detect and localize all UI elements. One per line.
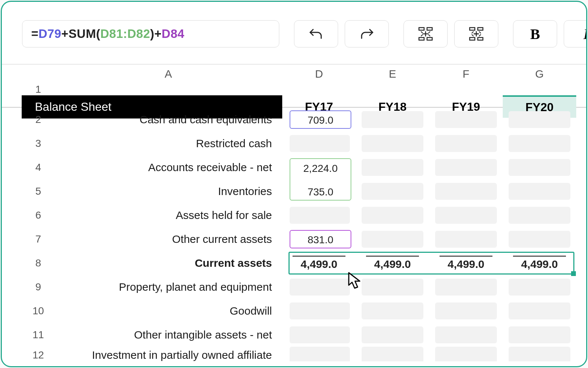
rownum-11[interactable]: 11 [22,329,54,341]
cell-d6[interactable] [290,207,350,224]
label-ar[interactable]: Accounts receivable - net [54,161,282,174]
row-3: 3 Restricted cash [2,131,586,155]
cell-g5[interactable] [509,183,570,200]
cell-d12[interactable] [290,347,350,361]
cell-e7[interactable] [362,231,423,248]
col-header-f[interactable]: F [429,68,503,80]
remove-cells-icon [468,26,484,41]
formula-plus: + [61,27,69,41]
label-held[interactable]: Assets held for sale [54,209,282,222]
row-1: 1 Balance Sheet FY17 FY18 FY19 FY20 [2,84,586,107]
bold-button[interactable]: B [513,20,557,47]
cell-e10[interactable] [362,302,423,319]
cell-e12[interactable] [362,347,423,361]
cell-g12[interactable] [509,347,570,361]
rownum-6[interactable]: 6 [22,209,54,221]
cell-e6[interactable] [362,207,423,224]
label-current-assets[interactable]: Current assets [54,257,282,269]
cell-g9[interactable] [509,279,570,296]
cell-f7[interactable] [435,231,497,248]
label-restricted[interactable]: Restricted cash [54,137,282,150]
formula-ref-d82: D82 [128,27,150,41]
cell-d8[interactable]: 4,499.0 [293,256,345,270]
cell-e5[interactable] [362,183,423,200]
cell-d5[interactable] [290,183,350,200]
cell-d3[interactable] [290,135,350,152]
formula-ref-d81: D81 [100,27,123,41]
cell-d10[interactable] [290,302,350,319]
cell-e11[interactable] [362,326,423,343]
cell-f11[interactable] [435,326,497,343]
rownum-8[interactable]: 8 [22,257,54,269]
svg-rect-6 [470,38,475,40]
rownum-2[interactable]: 2 [22,114,54,125]
col-header-d[interactable]: D [282,68,356,80]
rownum-12[interactable]: 12 [22,349,54,361]
rownum-4[interactable]: 4 [22,162,54,173]
label-inv[interactable]: Inventories [54,185,282,198]
rownum-1[interactable]: 1 [22,84,54,95]
row-6: 6 Assets held for sale [2,203,586,227]
formula-eq: = [31,27,39,41]
svg-rect-2 [419,38,424,40]
undo-button[interactable] [294,20,338,47]
cell-g2[interactable] [509,111,570,128]
row-8: 8 Current assets 4,499.0 4,499.0 4,499.0… [2,251,586,275]
cell-f5[interactable] [435,183,497,200]
label-other-current[interactable]: Other current assets [54,233,282,245]
col-header-a[interactable]: A [54,68,282,80]
cell-e4[interactable] [362,159,423,176]
col-header-e[interactable]: E [356,68,429,80]
row-11: 11 Other intangible assets - net [2,323,586,347]
cell-f4[interactable] [435,159,497,176]
rownum-10[interactable]: 10 [22,305,54,317]
row-4: 4 Accounts receivable - net [2,155,586,179]
cell-e2[interactable] [362,111,423,128]
rownum-9[interactable]: 9 [22,281,54,293]
cell-g3[interactable] [509,135,570,152]
row-9: 9 Property, planet and equipment [2,275,586,299]
cell-f8[interactable]: 4,499.0 [440,256,492,270]
cell-g8[interactable]: 4,499.0 [513,256,566,270]
formula-ref-d79: D79 [39,27,61,41]
row-12: 12 Investment in partially owned affilia… [2,347,586,361]
rownum-3[interactable]: 3 [22,138,54,149]
rownum-7[interactable]: 7 [22,233,54,245]
cell-f2[interactable] [435,111,497,128]
cell-g4[interactable] [509,159,570,176]
rownum-5[interactable]: 5 [22,185,54,197]
cell-f12[interactable] [435,347,497,361]
cell-g11[interactable] [509,326,570,343]
label-goodwill[interactable]: Goodwill [54,305,282,317]
cell-e3[interactable] [362,135,423,152]
insert-cells-button[interactable] [404,20,448,47]
cell-g10[interactable] [509,302,570,319]
cell-d7[interactable] [290,231,350,248]
cell-f9[interactable] [435,279,497,296]
cell-e9[interactable] [362,279,423,296]
svg-rect-5 [478,28,483,30]
cell-f10[interactable] [435,302,497,319]
cell-f3[interactable] [435,135,497,152]
label-investment[interactable]: Investment in partially owned affiliate [54,349,282,361]
bold-label: B [530,25,540,43]
cell-d2[interactable] [290,111,350,128]
cell-d4[interactable] [290,159,350,176]
cell-d9[interactable] [290,279,350,296]
cell-f6[interactable] [435,207,497,224]
cell-e8[interactable]: 4,499.0 [366,256,419,270]
italic-button[interactable]: I [564,20,586,47]
formula-ref-d84: D84 [162,27,184,41]
label-cash[interactable]: Cash and cash equivalents [54,113,282,126]
redo-button[interactable] [345,20,389,47]
remove-cells-button[interactable] [454,20,498,47]
label-ppe[interactable]: Property, planet and equipment [54,281,282,293]
cell-g6[interactable] [509,207,570,224]
col-header-g[interactable]: G [503,68,576,80]
formula-colon: : [123,27,128,41]
label-intangible[interactable]: Other intangible assets - net [54,329,282,341]
formula-bar[interactable]: = D79 + SUM ( D81 : D82 ) + D84 [22,20,279,47]
cell-g7[interactable] [509,231,570,248]
spreadsheet-grid[interactable]: A D E F G 1 Balance Sheet FY17 FY18 FY19… [2,64,586,361]
cell-d11[interactable] [290,326,350,343]
